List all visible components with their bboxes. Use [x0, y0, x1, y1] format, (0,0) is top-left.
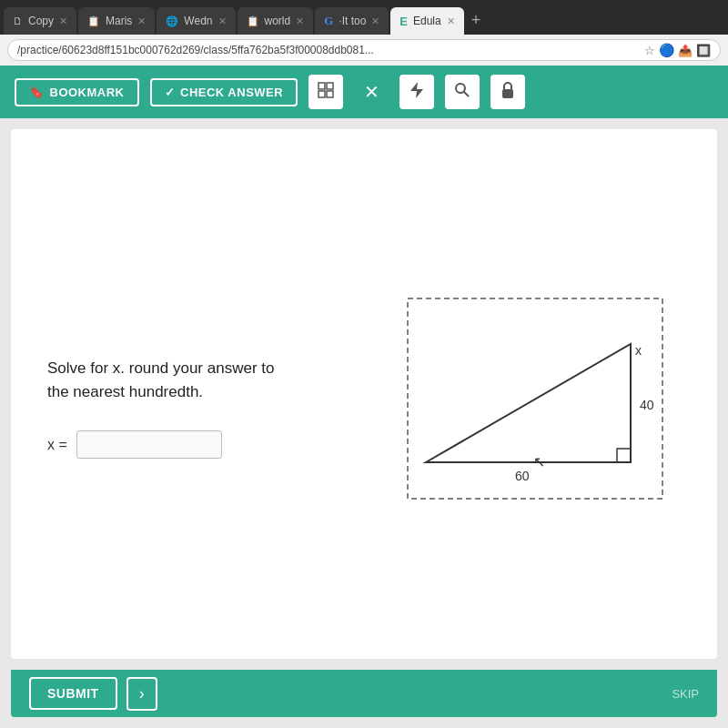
question-left: Solve for x. round your answer to the ne… — [47, 157, 380, 641]
tab-edula[interactable]: E Edula ✕ — [390, 7, 463, 35]
new-tab-button[interactable]: + — [466, 12, 487, 28]
svg-marker-9 — [426, 344, 631, 462]
ext-icon-2[interactable]: 📤 — [678, 44, 693, 57]
tab-maris-label: Maris — [106, 15, 132, 27]
grid-button[interactable] — [308, 75, 343, 109]
search-button[interactable] — [445, 75, 480, 109]
svg-line-6 — [464, 92, 469, 96]
x-label: x — [635, 343, 642, 358]
answer-label: x = — [47, 437, 67, 453]
tab-world-label: world — [265, 15, 291, 27]
tab-maris-close[interactable]: ✕ — [137, 15, 146, 27]
tab-maris-icon: 📋 — [87, 15, 100, 27]
browser-content: 🔖 BOOKMARK ✓ CHECK ANSWER ✕ — [0, 66, 728, 728]
bookmark-icon: 🔖 — [29, 86, 45, 99]
tab-wedn-icon: 🌐 — [166, 15, 178, 27]
tab-edula-close[interactable]: ✕ — [447, 15, 455, 27]
question-right: x 40 60 ↖ — [380, 157, 690, 641]
tab-copy-icon: 🗋 — [13, 15, 23, 26]
tab-copy[interactable]: 🗋 Copy ✕ — [4, 7, 76, 35]
svg-marker-4 — [410, 82, 423, 98]
label-60: 60 — [515, 469, 530, 483]
address-bar-row: /practice/60623d8ff151bc000762d269/class… — [0, 35, 728, 66]
answer-row: x = — [47, 430, 380, 459]
question-line2: the nearest hundredth. — [47, 383, 203, 400]
next-button[interactable]: › — [126, 677, 157, 711]
bottom-bar: SUBMIT › SKIP — [11, 670, 717, 717]
tab-bar: 🗋 Copy ✕ 📋 Maris ✕ 🌐 Wedn ✕ 📋 world ✕ G … — [0, 0, 728, 35]
geometry-diagram: x 40 60 ↖ — [399, 289, 672, 508]
svg-rect-2 — [318, 91, 325, 97]
tab-wedn-label: Wedn — [184, 15, 212, 27]
tab-it-close[interactable]: ✕ — [371, 15, 379, 27]
address-icons: ☆ 🔵 📤 🔲 — [644, 43, 711, 57]
question-text: Solve for x. round your answer to the ne… — [47, 357, 380, 403]
tab-edula-icon: E — [399, 15, 408, 28]
label-40: 40 — [640, 398, 654, 412]
flash-icon — [409, 81, 425, 103]
check-icon: ✓ — [165, 86, 176, 99]
lock-button[interactable] — [490, 75, 525, 109]
svg-rect-3 — [327, 91, 333, 97]
skip-label[interactable]: SKIP — [672, 687, 699, 701]
question-line1: Solve for x. round your answer to — [47, 359, 274, 377]
cursor-pointer: ↖ — [533, 454, 545, 470]
svg-rect-7 — [502, 89, 513, 98]
ext-icon-1[interactable]: 🔵 — [659, 43, 674, 57]
tab-wedn-close[interactable]: ✕ — [218, 15, 227, 27]
tab-world-close[interactable]: ✕ — [296, 15, 304, 27]
close-icon: ✕ — [364, 81, 379, 103]
check-answer-button[interactable]: ✓ CHECK ANSWER — [150, 78, 298, 106]
tab-copy-label: Copy — [28, 15, 54, 27]
tab-copy-close[interactable]: ✕ — [59, 15, 67, 27]
tab-it-too[interactable]: G ·It too ✕ — [315, 7, 389, 35]
tab-world[interactable]: 📋 world ✕ — [238, 7, 314, 35]
search-icon — [454, 82, 470, 102]
toolbar: 🔖 BOOKMARK ✓ CHECK ANSWER ✕ — [0, 66, 728, 118]
tab-it-icon: G — [324, 14, 333, 28]
svg-rect-0 — [318, 83, 325, 89]
address-text: /practice/60623d8ff151bc000762d269/class… — [17, 44, 639, 56]
tab-edula-label: Edula — [413, 15, 441, 27]
svg-rect-10 — [617, 449, 631, 462]
tab-world-icon: 📋 — [247, 15, 259, 27]
address-bar[interactable]: /practice/60623d8ff151bc000762d269/class… — [7, 39, 721, 61]
check-answer-label: CHECK ANSWER — [180, 86, 283, 99]
bookmark-label: BOOKMARK — [50, 86, 125, 99]
bookmark-button[interactable]: 🔖 BOOKMARK — [15, 78, 139, 106]
tab-maris[interactable]: 📋 Maris ✕ — [78, 7, 155, 35]
close-button[interactable]: ✕ — [354, 75, 389, 109]
submit-label: SUBMIT — [47, 686, 99, 701]
tab-wedn[interactable]: 🌐 Wedn ✕ — [157, 7, 235, 35]
browser-window: 🗋 Copy ✕ 📋 Maris ✕ 🌐 Wedn ✕ 📋 world ✕ G … — [0, 0, 728, 728]
diagram-container: x 40 60 ↖ — [399, 289, 672, 508]
ext-icon-3[interactable]: 🔲 — [696, 44, 711, 57]
grid-icon — [317, 81, 335, 103]
svg-rect-1 — [327, 83, 333, 89]
submit-button[interactable]: SUBMIT — [29, 677, 117, 710]
question-area: Solve for x. round your answer to the ne… — [11, 129, 717, 659]
tab-it-label: ·It too — [339, 15, 366, 27]
next-arrow-icon: › — [139, 684, 145, 703]
flash-button[interactable] — [399, 75, 434, 109]
star-icon[interactable]: ☆ — [644, 44, 655, 57]
svg-point-5 — [456, 84, 465, 93]
answer-input[interactable] — [76, 430, 222, 459]
lock-icon — [500, 81, 515, 103]
